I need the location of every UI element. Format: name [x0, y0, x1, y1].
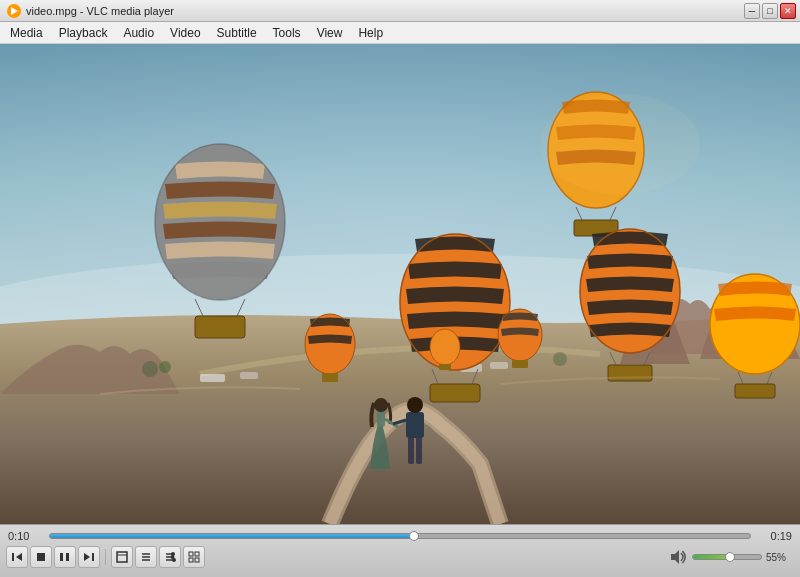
svg-rect-5: [200, 374, 225, 382]
time-current: 0:10: [8, 530, 43, 542]
svg-marker-60: [84, 553, 90, 561]
maximize-button[interactable]: □: [762, 3, 778, 19]
progress-fill: [50, 534, 414, 538]
svg-rect-57: [37, 553, 45, 561]
control-bar: 0:10 0:19: [0, 524, 800, 577]
svg-rect-49: [408, 434, 414, 464]
volume-section: 55%: [668, 547, 794, 567]
svg-rect-76: [195, 558, 199, 562]
progress-handle[interactable]: [409, 531, 419, 541]
progress-bar[interactable]: [49, 533, 751, 539]
next-button[interactable]: [78, 546, 100, 568]
svg-rect-74: [195, 552, 199, 556]
menu-item-audio[interactable]: Audio: [115, 24, 162, 42]
menu-item-media[interactable]: Media: [2, 24, 51, 42]
separator-1: [105, 549, 106, 565]
vlc-icon: [6, 3, 22, 19]
menu-bar: Media Playback Audio Video Subtitle Tool…: [0, 22, 800, 44]
svg-rect-59: [66, 553, 69, 561]
menu-item-playback[interactable]: Playback: [51, 24, 116, 42]
toggle-playlist-button[interactable]: [135, 546, 157, 568]
svg-rect-45: [439, 364, 451, 370]
buttons-row: 55%: [0, 544, 800, 570]
window-title: video.mpg - VLC media player: [26, 5, 794, 17]
svg-rect-62: [117, 552, 127, 562]
frame-button[interactable]: [183, 546, 205, 568]
extended-settings-button[interactable]: [159, 546, 181, 568]
svg-rect-58: [60, 553, 63, 561]
svg-rect-73: [189, 552, 193, 556]
menu-item-help[interactable]: Help: [350, 24, 391, 42]
menu-item-view[interactable]: View: [309, 24, 351, 42]
svg-rect-16: [195, 316, 245, 338]
svg-rect-75: [189, 558, 193, 562]
volume-handle[interactable]: [725, 552, 735, 562]
previous-button[interactable]: [6, 546, 28, 568]
svg-rect-61: [92, 553, 94, 561]
play-pause-button[interactable]: [54, 546, 76, 568]
close-button[interactable]: ✕: [780, 3, 796, 19]
svg-rect-8: [490, 362, 508, 369]
minimize-button[interactable]: ─: [744, 3, 760, 19]
menu-item-subtitle[interactable]: Subtitle: [209, 24, 265, 42]
svg-point-11: [553, 352, 567, 366]
svg-rect-42: [512, 360, 528, 368]
svg-point-47: [374, 398, 388, 412]
svg-point-9: [142, 361, 158, 377]
window-controls: ─ □ ✕: [744, 3, 796, 19]
svg-marker-77: [671, 550, 679, 564]
menu-item-tools[interactable]: Tools: [265, 24, 309, 42]
time-total: 0:19: [757, 530, 792, 542]
progress-row: 0:10 0:19: [0, 525, 800, 544]
menu-item-video[interactable]: Video: [162, 24, 208, 42]
video-area[interactable]: [0, 44, 800, 524]
title-bar: video.mpg - VLC media player ─ □ ✕: [0, 0, 800, 22]
svg-point-52: [407, 397, 423, 413]
svg-point-10: [159, 361, 171, 373]
volume-percent: 55%: [766, 552, 794, 563]
svg-rect-51: [406, 412, 424, 438]
svg-rect-56: [12, 553, 14, 561]
stop-button[interactable]: [30, 546, 52, 568]
fullscreen-button[interactable]: [111, 546, 133, 568]
svg-marker-55: [16, 553, 22, 561]
svg-rect-6: [240, 372, 258, 379]
svg-rect-21: [430, 384, 480, 402]
svg-point-54: [540, 94, 700, 194]
svg-point-72: [172, 558, 176, 562]
volume-bar[interactable]: [692, 554, 762, 560]
svg-rect-36: [735, 384, 775, 398]
svg-rect-39: [322, 373, 338, 382]
svg-rect-50: [416, 434, 422, 464]
volume-icon[interactable]: [668, 547, 688, 567]
